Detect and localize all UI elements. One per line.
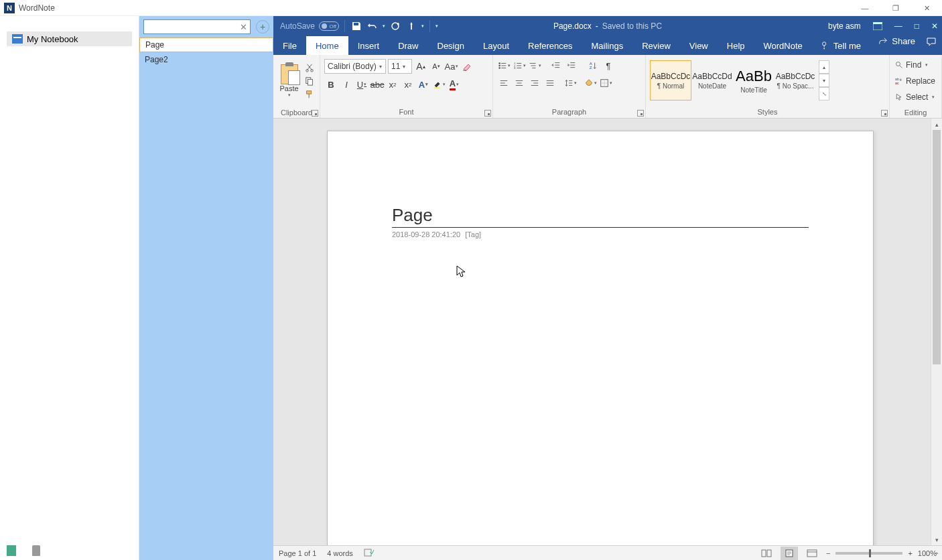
styles-dialog-launcher[interactable] xyxy=(881,110,888,117)
outer-maximize-button[interactable]: ❐ xyxy=(880,0,911,16)
comments-icon[interactable] xyxy=(926,36,937,47)
replace-button[interactable]: abacReplace xyxy=(892,74,938,88)
page-sheet[interactable]: Page 2018-09-28 20:41:20 [Tag] xyxy=(327,131,874,545)
tab-view[interactable]: View xyxy=(680,36,718,55)
styles-scroll-down[interactable]: ▾ xyxy=(819,74,829,87)
subscript-icon[interactable]: x2 xyxy=(386,78,399,91)
font-color-icon[interactable]: A xyxy=(448,78,461,91)
superscript-icon[interactable]: x2 xyxy=(401,78,415,91)
status-spellcheck-icon[interactable] xyxy=(364,548,375,559)
cut-icon[interactable] xyxy=(304,62,316,73)
trash-icon[interactable] xyxy=(32,545,40,556)
highlight-icon[interactable] xyxy=(432,78,446,91)
scroll-up-icon[interactable]: ▴ xyxy=(931,119,942,130)
document-canvas[interactable]: Page 2018-09-28 20:41:20 [Tag] ▴ ▾ xyxy=(273,119,942,545)
show-marks-icon[interactable]: ¶ xyxy=(602,59,615,72)
style-item[interactable]: AaBbCcDc¶ No Spac... xyxy=(775,60,816,100)
tab-insert[interactable]: Insert xyxy=(348,36,389,55)
justify-icon[interactable] xyxy=(543,76,557,90)
outer-close-button[interactable]: ✕ xyxy=(911,0,942,16)
scroll-thumb[interactable] xyxy=(933,130,941,364)
underline-icon[interactable]: U xyxy=(355,78,368,91)
page-list-item[interactable]: Page2 xyxy=(139,52,273,67)
tab-references[interactable]: References xyxy=(519,36,582,55)
tab-design[interactable]: Design xyxy=(428,36,474,55)
save-icon[interactable] xyxy=(350,20,362,32)
page-title-text[interactable]: Page xyxy=(392,205,809,228)
notebook-item[interactable]: My Notebook xyxy=(7,31,132,46)
autosave-toggle[interactable]: AutoSave Off xyxy=(280,21,339,31)
style-item[interactable]: AaBbNoteTitle xyxy=(733,60,775,100)
align-right-icon[interactable] xyxy=(528,76,541,90)
shrink-font-icon[interactable]: A▾ xyxy=(429,60,443,73)
status-words[interactable]: 4 words xyxy=(327,549,353,557)
styles-expand[interactable]: ⤡ xyxy=(819,87,829,100)
scroll-down-icon[interactable]: ▾ xyxy=(931,534,942,545)
redo-icon[interactable] xyxy=(389,20,401,32)
status-page[interactable]: Page 1 of 1 xyxy=(279,549,316,557)
paste-button[interactable]: Paste ▾ xyxy=(277,58,301,104)
tab-draw[interactable]: Draw xyxy=(389,36,427,55)
tab-help[interactable]: Help xyxy=(718,36,754,55)
tab-review[interactable]: Review xyxy=(632,36,680,55)
align-center-icon[interactable] xyxy=(513,76,526,90)
web-layout-icon[interactable] xyxy=(803,547,821,560)
collapse-ribbon-icon[interactable]: ⌃ xyxy=(934,551,939,559)
share-button[interactable]: Share xyxy=(878,36,915,46)
grow-font-icon[interactable]: A▴ xyxy=(414,60,427,73)
tab-file[interactable]: File xyxy=(273,36,306,55)
page-list-item[interactable]: Page xyxy=(139,38,273,52)
search-input[interactable]: ✕ xyxy=(143,19,251,34)
shading-icon[interactable] xyxy=(584,76,597,90)
strikethrough-icon[interactable]: abc xyxy=(371,78,384,91)
bold-icon[interactable]: B xyxy=(324,78,338,91)
notebook-small-icon[interactable] xyxy=(7,545,16,556)
undo-icon[interactable] xyxy=(366,20,379,32)
italic-icon[interactable]: I xyxy=(340,78,353,91)
zoom-out-button[interactable]: − xyxy=(826,549,830,557)
vertical-scrollbar[interactable]: ▴ ▾ xyxy=(931,119,942,545)
zoom-in-button[interactable]: + xyxy=(908,549,912,557)
bullets-icon[interactable] xyxy=(497,59,511,72)
line-spacing-icon[interactable] xyxy=(563,76,577,90)
font-size-combo[interactable]: 11▾ xyxy=(388,59,412,74)
change-case-icon[interactable]: Aa xyxy=(445,60,458,73)
search-clear-icon[interactable]: ✕ xyxy=(240,22,247,32)
borders-icon[interactable] xyxy=(599,76,612,90)
select-button[interactable]: Select▾ xyxy=(892,90,938,104)
clear-formatting-icon[interactable] xyxy=(460,60,474,73)
decrease-indent-icon[interactable] xyxy=(549,59,563,72)
style-item[interactable]: AaBbCcDdNoteDate xyxy=(691,60,733,100)
add-page-button[interactable]: + xyxy=(256,20,269,33)
word-minimize-button[interactable]: — xyxy=(894,21,902,31)
tab-layout[interactable]: Layout xyxy=(474,36,519,55)
text-effects-icon[interactable]: A xyxy=(417,78,430,91)
qat-customize-icon[interactable]: ▾ xyxy=(435,23,438,29)
page-tag[interactable]: [Tag] xyxy=(465,230,481,238)
styles-scroll-up[interactable]: ▴ xyxy=(819,60,829,74)
sort-icon[interactable]: AZ xyxy=(586,59,600,72)
read-mode-icon[interactable] xyxy=(758,547,775,560)
touch-mode-icon[interactable] xyxy=(405,20,417,32)
word-maximize-button[interactable]: □ xyxy=(915,21,919,31)
copy-icon[interactable] xyxy=(304,76,316,86)
increase-indent-icon[interactable] xyxy=(565,59,578,72)
align-left-icon[interactable] xyxy=(497,76,511,90)
tab-home[interactable]: Home xyxy=(306,36,348,55)
zoom-slider[interactable] xyxy=(835,552,902,555)
find-button[interactable]: Find▾ xyxy=(892,58,938,72)
print-layout-icon[interactable] xyxy=(781,547,798,560)
clipboard-dialog-launcher[interactable] xyxy=(312,110,318,117)
word-close-button[interactable]: ✕ xyxy=(931,21,938,31)
ribbon-display-icon[interactable] xyxy=(873,22,882,30)
paragraph-dialog-launcher[interactable] xyxy=(637,110,644,117)
tell-me-button[interactable]: Tell me xyxy=(812,36,869,55)
style-item[interactable]: AaBbCcDc¶ Normal xyxy=(650,60,691,100)
tab-mailings[interactable]: Mailings xyxy=(582,36,633,55)
font-dialog-launcher[interactable] xyxy=(484,110,491,117)
outer-minimize-button[interactable]: — xyxy=(850,0,880,16)
numbering-icon[interactable]: 123 xyxy=(513,59,526,72)
font-name-combo[interactable]: Calibri (Body)▾ xyxy=(324,59,386,74)
format-painter-icon[interactable] xyxy=(304,89,316,100)
tab-wordnote[interactable]: WordNote xyxy=(754,36,812,55)
